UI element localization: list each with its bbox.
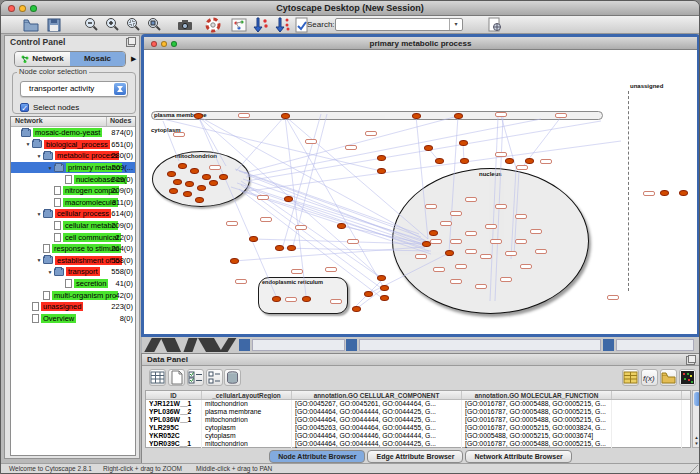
table-row-ypl036w-2[interactable]: YPL036W__2plasma membrane[GO:0044464, GO… <box>146 408 690 416</box>
tree-row-cellular-process[interactable]: ▼cellular process614(0) <box>11 208 135 220</box>
maximize-icon[interactable] <box>30 5 37 12</box>
search-options-icon[interactable] <box>487 17 503 33</box>
zoom-in-icon[interactable] <box>104 17 120 33</box>
node-color-dropdown[interactable]: transporter activity <box>20 81 128 97</box>
frame-maximize-icon[interactable] <box>171 41 177 47</box>
snapshot-icon[interactable] <box>177 17 193 33</box>
table-row-yjr121w-1[interactable]: YJR121W__1mitochondrion[GO:0045267, GO:0… <box>146 400 690 408</box>
tree-row-mosaic-demo-yeast[interactable]: mosaic-demo-yeast874(0) <box>11 127 135 139</box>
tree-row-cellular-metabo[interactable]: cellular metabo209(0) <box>11 220 135 232</box>
tree-row-response-to-stimulu[interactable]: response to stimulu264(0) <box>11 243 135 255</box>
table-row-ydr039c-1[interactable]: YDR039C__1mitochondrion[GO:0044464, GO:0… <box>146 440 690 448</box>
tree-row-cell-communicat[interactable]: cell communicat22(0) <box>11 231 135 243</box>
tree-row-establishment-of-lo[interactable]: ▼establishment of lo558(0) <box>11 255 135 267</box>
tab-network-attribute-browser[interactable]: Network Attribute Browser <box>465 450 571 463</box>
unselect-attributes-icon[interactable] <box>206 369 223 386</box>
network-tab-icon <box>21 55 29 63</box>
tree-label: mosaic-demo-yeast <box>33 128 102 137</box>
cell-filler <box>612 416 682 424</box>
tab-mosaic[interactable]: Mosaic <box>70 52 125 66</box>
tab-overflow-icon[interactable]: ▶ <box>131 55 136 63</box>
folder-icon <box>43 152 53 160</box>
node-count: 209(0) <box>111 221 133 230</box>
expand-icon[interactable]: ▼ <box>35 211 43 217</box>
data-panel-header[interactable]: Data Panel <box>142 354 699 366</box>
cell-region: cytoplasm <box>202 432 292 440</box>
tab-edge-attribute-browser[interactable]: Edge Attribute Browser <box>367 450 463 463</box>
data-panel-float-icon[interactable] <box>686 356 695 365</box>
scrollbar-thumb[interactable] <box>694 392 700 406</box>
tree-row-nucleobase-co[interactable]: nucleobase-co209(0) <box>11 173 135 185</box>
main-toolbar: Search: ▾ <box>1 16 699 34</box>
tree-row-primary-metabo[interactable]: ▼primary metabo209(... <box>11 162 135 174</box>
tree-row-overview[interactable]: Overview8(0) <box>11 313 135 325</box>
expand-icon[interactable]: ▼ <box>46 269 54 275</box>
network-overview-icon[interactable] <box>231 17 247 33</box>
cell-id: YPL036W__2 <box>146 408 202 416</box>
layout-icon-a[interactable] <box>253 17 269 33</box>
tree-label: secretion <box>74 279 108 288</box>
table-row-ylr295c[interactable]: YLR295Ccytoplasm[GO:0045263, GO:0044464,… <box>146 424 690 432</box>
import-table-icon[interactable] <box>622 369 639 386</box>
folder-icon <box>32 140 42 148</box>
table-row-ypl036w-1[interactable]: YPL036W__1mitochondrion[GO:0044464, GO:0… <box>146 416 690 424</box>
page-icon <box>43 244 50 253</box>
search-dropdown-icon[interactable]: ▾ <box>449 19 462 30</box>
expand-icon[interactable]: ▼ <box>35 153 43 159</box>
tree-row-transport[interactable]: ▼transport558(0) <box>11 266 135 278</box>
cell-region: cytoplasm <box>202 424 292 432</box>
table-row-ykr052c[interactable]: YKR052Ccytoplasm[GO:0044464, GO:0044446,… <box>146 432 690 440</box>
column-header-blank[interactable] <box>612 391 682 399</box>
save-session-icon[interactable] <box>46 17 62 33</box>
zoom-out-icon[interactable] <box>83 17 99 33</box>
column-header-cellularlayoutregion[interactable]: _cellularLayoutRegion <box>202 391 292 399</box>
layout-icon-b[interactable] <box>275 17 291 33</box>
zoom-selected-icon[interactable] <box>125 17 141 33</box>
cell-filler <box>612 400 682 408</box>
tree-row-metabolic-process[interactable]: ▼metabolic process280(0) <box>11 150 135 162</box>
help-icon[interactable] <box>205 17 221 33</box>
tree-row-unassigned[interactable]: unassigned223(0) <box>11 301 135 313</box>
resize-grip[interactable] <box>690 465 698 473</box>
column-header-annotation-go-molecular-function[interactable]: annotation.GO MOLECULAR_FUNCTION <box>462 391 612 399</box>
node-count: 874(0) <box>111 128 133 137</box>
function-builder-icon[interactable]: f(x) <box>641 369 658 386</box>
create-attribute-icon[interactable] <box>168 369 185 386</box>
attribute-table[interactable]: ID_cellularLayoutRegionannotation.GO CEL… <box>145 390 691 448</box>
float-panel-icon[interactable] <box>126 38 135 47</box>
close-icon[interactable] <box>8 5 15 12</box>
cell-molecular: [GO:0016787, GO:0005488, GO:0005215, G..… <box>462 416 612 424</box>
minimize-icon[interactable] <box>19 5 26 12</box>
tree-row-secretion[interactable]: secretion41(0) <box>11 278 135 290</box>
zoom-fit-icon[interactable] <box>146 17 162 33</box>
expand-icon[interactable]: ▼ <box>46 165 54 171</box>
tab-node-attribute-browser[interactable]: Node Attribute Browser <box>269 450 365 463</box>
column-header-id[interactable]: ID <box>146 391 202 399</box>
open-session-icon[interactable] <box>23 17 39 33</box>
column-header-annotation-go-cellular-component[interactable]: annotation.GO CELLULAR_COMPONENT <box>292 391 462 399</box>
tree-row-biological-process[interactable]: ▼biological_process651(0) <box>11 139 135 151</box>
status-pan-hint: Middle-click + drag to PAN <box>196 465 272 472</box>
frame-close-icon[interactable] <box>151 41 157 47</box>
expand-icon[interactable]: ▼ <box>35 257 43 263</box>
attribute-select-icon[interactable] <box>149 369 166 386</box>
node-count: 209(0) <box>111 186 133 195</box>
tree-row-multi-organism-pro[interactable]: multi-organism pro42(0) <box>11 289 135 301</box>
tree-label: multi-organism pro <box>52 291 118 300</box>
frame-minimize-icon[interactable] <box>161 41 167 47</box>
delete-attribute-icon[interactable] <box>224 369 241 386</box>
cell-filler <box>612 424 682 432</box>
search-input[interactable] <box>337 19 449 30</box>
expand-icon[interactable]: ▼ <box>24 141 32 147</box>
tab-network[interactable]: Network <box>15 52 70 66</box>
network-view-titlebar[interactable]: primary metabolic process <box>144 37 697 50</box>
matrix-icon[interactable] <box>679 369 696 386</box>
tree-row-macromolecule[interactable]: macromolecule311(0) <box>11 197 135 209</box>
table-scrollbar[interactable]: ▲▼ <box>692 390 700 448</box>
cell-filler <box>612 432 682 440</box>
open-folder-icon[interactable] <box>660 369 677 386</box>
tree-row-nitrogen-compo[interactable]: nitrogen compo209(0) <box>11 185 135 197</box>
select-attributes-icon[interactable] <box>187 369 204 386</box>
select-nodes-checkbox[interactable]: ✓ <box>20 103 29 112</box>
scrollbar-arrows-icon[interactable]: ▲▼ <box>693 435 700 447</box>
